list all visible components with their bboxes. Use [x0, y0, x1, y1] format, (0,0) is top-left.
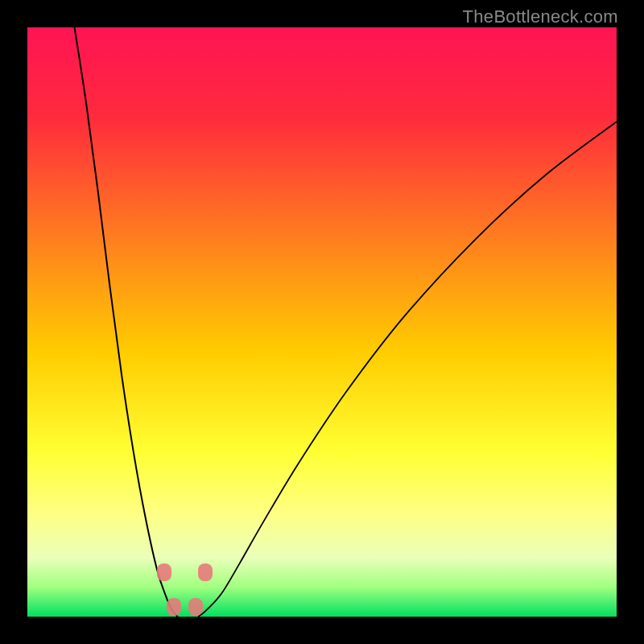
data-marker: [157, 564, 171, 581]
chart-area: [27, 27, 617, 617]
data-marker: [188, 598, 203, 616]
curve-layer: [27, 27, 617, 617]
right-curve: [198, 122, 617, 617]
data-marker: [198, 564, 213, 581]
left-curve: [75, 27, 178, 617]
watermark-text: TheBottleneck.com: [463, 6, 618, 27]
data-marker: [167, 598, 181, 616]
